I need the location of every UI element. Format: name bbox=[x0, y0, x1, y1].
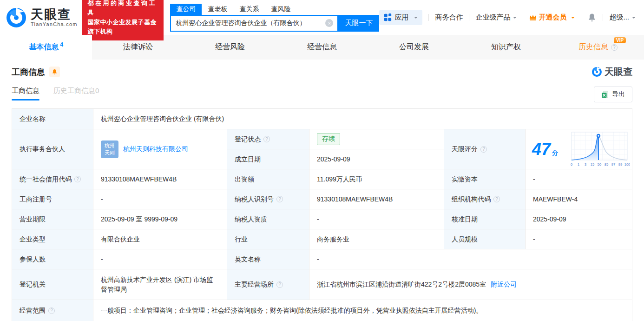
field-reg-number-value: - bbox=[93, 189, 227, 209]
help-icon[interactable]: ? bbox=[276, 196, 283, 202]
field-business-address-label: 主要经营场所? bbox=[227, 269, 309, 300]
chevron-down-icon bbox=[414, 17, 418, 20]
help-icon[interactable]: ? bbox=[493, 196, 500, 202]
search-tab-boss[interactable]: 查老板 bbox=[202, 4, 233, 15]
field-taxpayer-quality-value: - bbox=[309, 209, 444, 229]
tab-basic-info[interactable]: 基本信息 4 bbox=[0, 35, 92, 60]
chevron-down-icon bbox=[632, 17, 636, 20]
status-badge: 存续 bbox=[317, 133, 340, 145]
field-business-term-label: 营业期限 bbox=[12, 209, 93, 229]
field-executive-partner-label: 执行事务合伙人 bbox=[12, 129, 93, 169]
field-approval-date-value: 2025-09-09 bbox=[526, 209, 632, 229]
help-icon[interactable]: ? bbox=[611, 44, 618, 51]
tab-history-info[interactable]: VIP 历史信息 ? bbox=[552, 35, 644, 60]
nearby-companies-link[interactable]: 附近公司 bbox=[491, 280, 517, 289]
business-cooperation-link[interactable]: 商务合作 bbox=[435, 13, 463, 22]
notification-bell-icon[interactable] bbox=[587, 13, 597, 22]
svg-text:99: 99 bbox=[618, 162, 622, 167]
apps-button[interactable]: 应用 bbox=[379, 10, 422, 25]
help-icon[interactable]: ? bbox=[263, 136, 270, 142]
tianyancha-logo-icon bbox=[591, 67, 602, 77]
help-icon[interactable]: ? bbox=[480, 146, 487, 153]
business-info-table: 企业名称 杭州翌心企业管理咨询合伙企业 (有限合伙) 执行事务合伙人 杭州 天则… bbox=[12, 108, 632, 321]
field-reg-authority-value: 杭州高新技术产业开发区 (滨江) 市场监督管理局 bbox=[93, 269, 227, 300]
search-tab-relation[interactable]: 查关系 bbox=[233, 4, 265, 15]
partner-company-link[interactable]: 杭州天则科技有限公司 bbox=[123, 144, 188, 154]
field-english-name-label: 英文名称 bbox=[227, 249, 309, 269]
field-establish-date-label: 成立日期 bbox=[227, 149, 309, 169]
field-company-name-label: 企业名称 bbox=[12, 109, 93, 129]
field-business-address-value: 浙江省杭州市滨江区浦沿街道清旷街422号2号楼2层0085室 附近公司 bbox=[309, 269, 632, 300]
svg-text:85: 85 bbox=[605, 162, 608, 167]
field-approval-date-label: 核准日期 bbox=[444, 209, 526, 229]
divider bbox=[603, 14, 603, 21]
field-credit-code-label: 统一社会信用代码? bbox=[12, 169, 93, 189]
main-content: 工商信息 天眼查 工商信息 历史工商信息0 bbox=[0, 66, 644, 321]
apps-label: 应用 bbox=[394, 13, 408, 22]
tab-business-info[interactable]: 经营信息 bbox=[276, 35, 368, 60]
tab-count-badge: 4 bbox=[60, 41, 63, 48]
svg-text:3: 3 bbox=[585, 162, 586, 167]
tab-intellectual-property[interactable]: 知识产权 bbox=[460, 35, 552, 60]
tianyancha-logo[interactable]: 天眼查 TianYanCha.com bbox=[6, 7, 78, 28]
tab-company-development[interactable]: 公司发展 bbox=[368, 35, 460, 60]
page-title: 工商信息 bbox=[12, 67, 60, 78]
apps-grid-icon bbox=[384, 13, 392, 21]
svg-text:97: 97 bbox=[611, 162, 615, 167]
svg-text:100: 100 bbox=[624, 162, 630, 167]
promo-banner-line1: 都在用的商业查询工具 bbox=[88, 0, 158, 18]
tab-legal-proceedings[interactable]: 法律诉讼 bbox=[92, 35, 184, 60]
clear-search-icon[interactable]: × bbox=[325, 19, 333, 27]
field-reg-authority-label: 登记机关 bbox=[12, 269, 93, 300]
field-company-type-label: 企业类型 bbox=[12, 229, 93, 249]
partner-company-avatar[interactable]: 杭州 天则 bbox=[101, 140, 118, 158]
field-reg-status-label: 登记状态? bbox=[227, 129, 309, 149]
field-business-scope-label: 经营范围? bbox=[12, 300, 93, 321]
field-industry-value: 商务服务业 bbox=[309, 229, 444, 249]
enterprise-product-link[interactable]: 企业级产品 bbox=[475, 13, 517, 22]
field-company-type-value: 有限合伙企业 bbox=[93, 229, 227, 249]
svg-text:15: 15 bbox=[591, 162, 594, 167]
field-english-name-value: - bbox=[309, 249, 632, 269]
search-module: 查公司 查老板 查关系 查风险 × 天眼一下 bbox=[170, 4, 379, 32]
tianyancha-logo-icon bbox=[6, 7, 27, 28]
field-establish-date-value: 2025-09-09 bbox=[309, 149, 444, 169]
search-tab-company[interactable]: 查公司 bbox=[170, 4, 202, 15]
svg-text:50: 50 bbox=[598, 162, 601, 167]
divider bbox=[523, 14, 523, 21]
company-section-tabs: 基本信息 4 法律诉讼 经营风险 经营信息 公司发展 知识产权 VIP 历史信息… bbox=[0, 35, 644, 60]
chevron-down-icon bbox=[513, 17, 517, 20]
search-box: × bbox=[170, 15, 338, 32]
search-input[interactable] bbox=[171, 20, 325, 27]
subtab-history-business-info[interactable]: 历史工商信息0 bbox=[53, 87, 99, 95]
help-icon[interactable]: ? bbox=[74, 176, 81, 182]
field-capital-value: 11.099万人民币 bbox=[309, 169, 444, 189]
help-icon[interactable]: ? bbox=[276, 281, 283, 288]
user-menu[interactable]: 超级... bbox=[609, 13, 636, 22]
field-paid-capital-label: 实缴资本 bbox=[444, 169, 526, 189]
svg-text:1: 1 bbox=[578, 162, 579, 167]
field-capital-label: 出资额 bbox=[227, 169, 309, 189]
search-tabs: 查公司 查老板 查关系 查风险 bbox=[170, 4, 379, 15]
score-distribution-chart: 0 1 3 15 50 85 97 99 100 bbox=[569, 131, 630, 168]
open-vip-button[interactable]: 开通会员 bbox=[529, 13, 575, 22]
field-business-scope-value: 一般项目：企业管理咨询；企业管理；社会经济咨询服务；财务咨询(除依法须经批准的项… bbox=[93, 300, 632, 321]
search-tab-risk[interactable]: 查风险 bbox=[265, 4, 296, 15]
brand-domain: TianYanCha.com bbox=[31, 21, 78, 27]
search-button[interactable]: 天眼一下 bbox=[338, 15, 379, 32]
tab-operating-risk[interactable]: 经营风险 bbox=[184, 35, 276, 60]
field-staff-size-label: 人员规模 bbox=[444, 229, 526, 249]
field-reg-status-value: 存续 bbox=[309, 129, 444, 149]
subtab-business-info[interactable]: 工商信息 bbox=[12, 87, 39, 100]
divider bbox=[581, 14, 581, 21]
export-button[interactable]: 导出 bbox=[594, 87, 632, 102]
help-icon[interactable]: ? bbox=[48, 308, 55, 314]
field-taxpayer-id-value: 91330108MAEWFBEW4B bbox=[309, 189, 444, 209]
field-business-term-value: 2025-09-09 至 9999-09-09 bbox=[93, 209, 227, 229]
field-insured-count-value: - bbox=[93, 249, 227, 269]
vip-badge: VIP bbox=[614, 37, 626, 43]
subscribe-bell-button[interactable] bbox=[49, 67, 60, 77]
active-underline bbox=[12, 99, 39, 100]
chevron-down-icon bbox=[571, 17, 575, 20]
field-staff-size-value: - bbox=[526, 229, 632, 249]
